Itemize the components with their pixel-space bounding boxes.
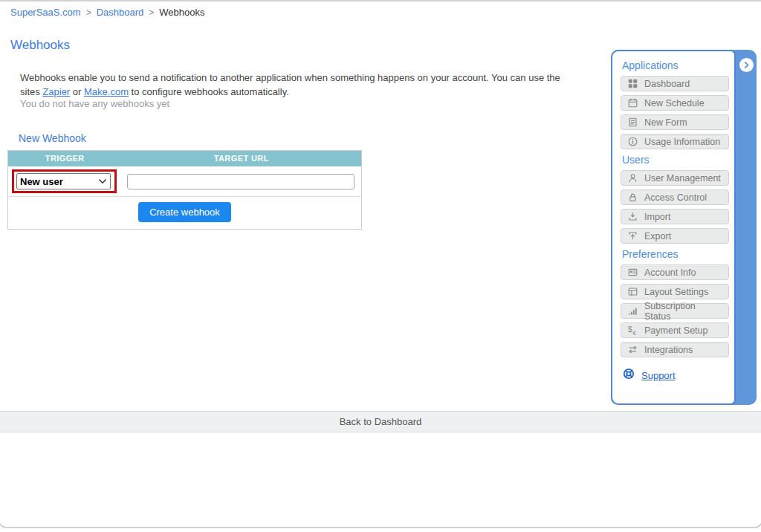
breadcrumb-separator: >: [86, 7, 91, 18]
sidebar-item-label: Import: [644, 212, 670, 222]
trigger-column-header: TRIGGER: [8, 151, 122, 167]
sidebar-item-label: New Schedule: [644, 98, 705, 108]
dashboard-icon: [626, 79, 638, 88]
breadcrumb-current: Webhooks: [159, 7, 204, 18]
sidebar-item-export[interactable]: Export: [621, 228, 729, 244]
sidebar-item-usage-information[interactable]: Usage Information: [621, 134, 729, 149]
lock-icon: [626, 192, 638, 202]
user-icon: [626, 173, 638, 183]
sidebar-item-integrations[interactable]: Integrations: [621, 342, 729, 357]
form-icon: [626, 117, 638, 127]
sidebar-item-label: Export: [644, 231, 671, 241]
sidebar-item-label: Access Control: [644, 192, 707, 203]
sidebar-item-new-form[interactable]: New Form: [621, 114, 729, 130]
sidebar-item-label: Layout Settings: [644, 287, 708, 297]
sidebar-item-label: User Management: [644, 173, 721, 184]
svg-text:€: €: [632, 330, 636, 336]
sidebar-item-label: Usage Information: [644, 137, 720, 147]
sidebar-item-label: New Form: [644, 117, 687, 128]
new-webhook-heading: New Webhook: [19, 132, 86, 144]
sidebar-item-payment-setup[interactable]: $€ Payment Setup: [621, 322, 729, 338]
breadcrumb: SuperSaaS.com>Dashboard>Webhooks: [10, 7, 205, 18]
new-webhook-table: TRIGGER TARGET URL New user: [7, 150, 362, 230]
integrations-icon: [626, 345, 638, 354]
support-icon: [623, 368, 635, 383]
intro-text: or: [70, 86, 84, 97]
calendar-icon: [626, 98, 638, 108]
layout-icon: [626, 287, 638, 296]
chevron-right-icon: [742, 61, 751, 69]
support-row: Support: [623, 368, 728, 383]
sidebar-item-import[interactable]: Import: [621, 209, 729, 224]
support-link[interactable]: Support: [641, 370, 676, 381]
sidebar-item-access-control[interactable]: Access Control: [621, 189, 729, 205]
breadcrumb-dashboard-link[interactable]: Dashboard: [97, 7, 144, 18]
breadcrumb-home-link[interactable]: SuperSaaS.com: [10, 7, 81, 18]
zapier-link[interactable]: Zapier: [42, 86, 70, 97]
sidebar-section-applications: Applications: [622, 59, 728, 71]
info-icon: [626, 137, 638, 146]
sidebar-section-users: Users: [622, 154, 728, 166]
bar-chart-icon: [626, 306, 638, 316]
sidebar-item-account-info[interactable]: Account Info: [621, 265, 729, 280]
intro-paragraph: Webhooks enable you to send a notificati…: [20, 71, 579, 99]
make-link[interactable]: Make.com: [84, 86, 129, 97]
page-title: Webhooks: [10, 38, 70, 53]
sidebar-item-subscription-status[interactable]: Subscription Status: [621, 303, 729, 319]
sidebar-item-label: Account Info: [644, 267, 696, 278]
sidebar-item-label: Payment Setup: [644, 325, 707, 336]
import-icon: [626, 212, 638, 221]
svg-text:$: $: [627, 325, 632, 334]
target-url-input[interactable]: [127, 174, 354, 189]
payment-icon: $€: [626, 325, 638, 336]
table-row: Create webhook: [8, 197, 362, 230]
back-to-dashboard-button[interactable]: Back to Dashboard: [0, 411, 761, 432]
sidebar-panel: Applications Dashboard New Schedule New …: [611, 50, 736, 405]
sidebar-section-preferences: Preferences: [622, 248, 728, 260]
sidebar-item-new-schedule[interactable]: New Schedule: [621, 95, 729, 111]
account-card-icon: [626, 267, 638, 277]
target-url-column-header: TARGET URL: [122, 151, 362, 167]
sidebar-item-user-management[interactable]: User Management: [621, 170, 729, 186]
create-webhook-button[interactable]: Create webhook: [138, 202, 231, 222]
empty-state-message: You do not have any webhooks yet: [20, 98, 169, 109]
sidebar-collapse-button[interactable]: [739, 58, 754, 72]
sidebar-item-label: Integrations: [644, 345, 693, 355]
trigger-select[interactable]: New user: [16, 173, 111, 189]
highlight-box: New user: [12, 169, 117, 193]
table-row: New user: [8, 166, 362, 197]
sidebar: Applications Dashboard New Schedule New …: [611, 50, 757, 405]
breadcrumb-separator: >: [149, 7, 154, 18]
sidebar-item-layout-settings[interactable]: Layout Settings: [621, 284, 729, 299]
sidebar-item-label: Subscription Status: [644, 301, 723, 322]
sidebar-item-dashboard[interactable]: Dashboard: [621, 76, 729, 91]
sidebar-item-label: Dashboard: [644, 79, 690, 89]
intro-text: to configure webhooks automatically.: [129, 86, 289, 97]
export-icon: [626, 231, 638, 241]
